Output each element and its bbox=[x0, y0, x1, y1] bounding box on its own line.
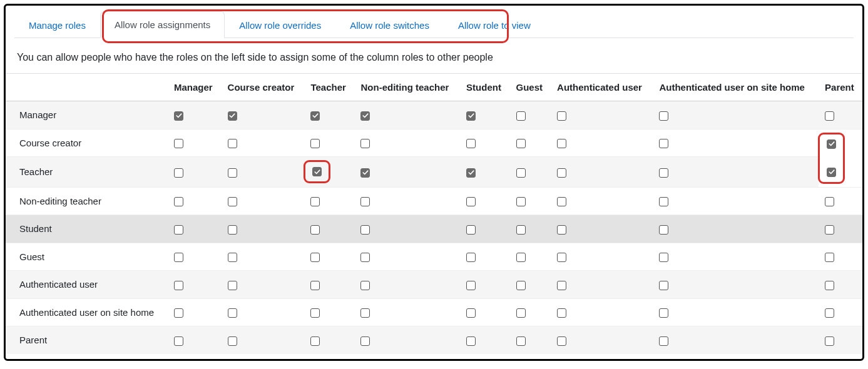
checkbox[interactable] bbox=[516, 253, 526, 262]
checkbox[interactable] bbox=[310, 197, 320, 206]
checkbox[interactable] bbox=[174, 336, 183, 346]
matrix-cell bbox=[222, 243, 305, 271]
checkbox[interactable] bbox=[360, 225, 370, 235]
checkbox[interactable] bbox=[360, 253, 370, 262]
checkbox[interactable] bbox=[228, 225, 237, 235]
matrix-cell bbox=[222, 187, 305, 215]
checkbox[interactable] bbox=[174, 111, 183, 121]
tab-allow-switches[interactable]: Allow role switches bbox=[335, 12, 444, 38]
checkbox[interactable] bbox=[516, 139, 526, 148]
checkbox[interactable] bbox=[466, 225, 476, 235]
checkbox[interactable] bbox=[557, 197, 566, 206]
checkbox[interactable] bbox=[825, 281, 834, 290]
checkbox[interactable] bbox=[360, 336, 370, 346]
checkbox[interactable] bbox=[174, 225, 183, 235]
checkbox[interactable] bbox=[174, 197, 183, 206]
checkbox[interactable] bbox=[825, 111, 834, 121]
checkbox[interactable] bbox=[466, 168, 476, 178]
checkbox[interactable] bbox=[659, 336, 668, 346]
checkbox[interactable] bbox=[466, 139, 476, 148]
table-row: Guest bbox=[6, 243, 862, 271]
checkbox[interactable] bbox=[659, 139, 668, 148]
checkbox[interactable] bbox=[174, 168, 183, 178]
checkbox[interactable] bbox=[228, 336, 237, 346]
checkbox[interactable] bbox=[825, 253, 834, 262]
checkbox[interactable] bbox=[228, 308, 237, 318]
checkbox[interactable] bbox=[174, 139, 183, 148]
checkbox[interactable] bbox=[516, 111, 526, 121]
checkbox[interactable] bbox=[310, 111, 320, 121]
row-label: Student bbox=[6, 215, 168, 243]
checkbox[interactable] bbox=[310, 308, 320, 318]
checkbox[interactable] bbox=[228, 111, 237, 121]
checkbox[interactable] bbox=[466, 197, 476, 206]
checkbox[interactable] bbox=[466, 336, 476, 346]
checkbox[interactable] bbox=[312, 167, 322, 176]
tab-allow-assignments[interactable]: Allow role assignments bbox=[100, 11, 225, 38]
checkbox[interactable] bbox=[228, 253, 237, 262]
checkbox[interactable] bbox=[466, 308, 476, 318]
checkbox[interactable] bbox=[659, 281, 668, 290]
checkbox[interactable] bbox=[659, 111, 668, 121]
checkbox[interactable] bbox=[310, 281, 320, 290]
checkbox[interactable] bbox=[557, 168, 566, 178]
checkbox[interactable] bbox=[360, 197, 370, 206]
checkbox[interactable] bbox=[360, 281, 370, 290]
matrix-cell bbox=[304, 243, 354, 271]
checkbox[interactable] bbox=[557, 308, 566, 318]
checkbox[interactable] bbox=[557, 281, 566, 290]
checkbox[interactable] bbox=[360, 308, 370, 318]
matrix-cell bbox=[460, 101, 509, 129]
checkbox[interactable] bbox=[516, 168, 526, 178]
checkbox[interactable] bbox=[466, 111, 476, 121]
table-row: Student bbox=[6, 215, 862, 243]
tab-allow-overrides[interactable]: Allow role overrides bbox=[225, 12, 335, 38]
checkbox[interactable] bbox=[516, 336, 526, 346]
checkbox[interactable] bbox=[516, 225, 526, 235]
role-assignment-table: ManagerCourse creatorTeacherNon-editing … bbox=[6, 74, 862, 354]
matrix-cell bbox=[304, 271, 354, 299]
checkbox[interactable] bbox=[360, 111, 370, 121]
matrix-cell bbox=[168, 215, 222, 243]
checkbox[interactable] bbox=[659, 308, 668, 318]
checkbox[interactable] bbox=[228, 139, 237, 148]
tab-manage-roles[interactable]: Manage roles bbox=[14, 12, 100, 38]
checkbox[interactable] bbox=[557, 139, 566, 148]
column-header: Manager bbox=[168, 74, 222, 101]
checkbox[interactable] bbox=[516, 197, 526, 206]
checkbox[interactable] bbox=[516, 281, 526, 290]
checkbox[interactable] bbox=[228, 197, 237, 206]
checkbox[interactable] bbox=[466, 253, 476, 262]
checkbox[interactable] bbox=[360, 168, 370, 178]
checkbox[interactable] bbox=[174, 253, 183, 262]
checkbox[interactable] bbox=[228, 168, 237, 178]
checkbox[interactable] bbox=[516, 308, 526, 318]
checkbox[interactable] bbox=[827, 139, 836, 149]
checkbox[interactable] bbox=[557, 253, 566, 262]
checkbox[interactable] bbox=[825, 308, 834, 318]
checkbox[interactable] bbox=[360, 139, 370, 148]
checkbox[interactable] bbox=[825, 197, 834, 206]
checkbox[interactable] bbox=[557, 111, 566, 121]
checkbox[interactable] bbox=[825, 225, 834, 235]
checkbox[interactable] bbox=[659, 253, 668, 262]
checkbox[interactable] bbox=[827, 168, 836, 177]
checkbox[interactable] bbox=[825, 336, 834, 346]
checkbox[interactable] bbox=[659, 168, 668, 178]
matrix-cell bbox=[354, 215, 460, 243]
checkbox[interactable] bbox=[557, 225, 566, 235]
checkbox[interactable] bbox=[228, 281, 237, 290]
checkbox[interactable] bbox=[557, 336, 566, 346]
checkbox[interactable] bbox=[310, 253, 320, 262]
matrix-cell bbox=[460, 243, 509, 271]
checkbox[interactable] bbox=[310, 336, 320, 346]
checkbox[interactable] bbox=[310, 139, 320, 148]
checkbox[interactable] bbox=[659, 197, 668, 206]
checkbox[interactable] bbox=[174, 281, 183, 290]
checkbox[interactable] bbox=[659, 225, 668, 235]
tab-allow-view[interactable]: Allow role to view bbox=[444, 12, 545, 38]
checkbox[interactable] bbox=[174, 308, 183, 318]
matrix-cell bbox=[819, 326, 862, 354]
checkbox[interactable] bbox=[310, 225, 320, 235]
checkbox[interactable] bbox=[466, 281, 476, 290]
